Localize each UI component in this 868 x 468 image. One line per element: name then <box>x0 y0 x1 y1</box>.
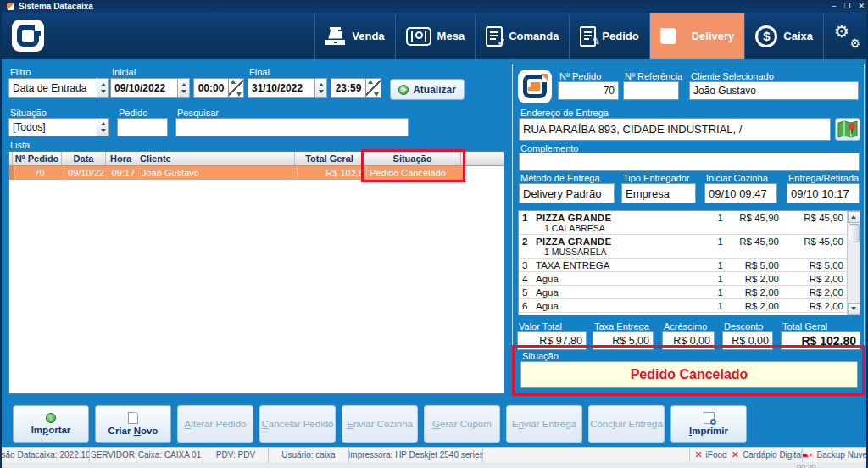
settings-button[interactable]: ⚙⚙ <box>823 13 868 59</box>
nav-tab-mesa[interactable]: Mesa <box>395 13 476 59</box>
desconto-field[interactable] <box>722 332 773 350</box>
desconto-label: Desconto <box>724 321 763 332</box>
metodo-field[interactable] <box>519 183 615 203</box>
map-button[interactable] <box>835 118 860 141</box>
entrega-retirada-label: Entrega/Retirada <box>788 173 859 183</box>
table-row[interactable]: 70 09/10/22 09:17 João Gustavo R$ 102,8 … <box>9 166 504 180</box>
n-referencia-label: Nº Referência <box>625 71 682 81</box>
tipo-entregador-field[interactable] <box>621 183 696 203</box>
imprimir-button[interactable]: Imprimir <box>670 405 747 443</box>
scroll-up-icon[interactable] <box>848 211 860 223</box>
status-versao: Versão Datacaixa: 2022.10.07 <box>2 448 90 462</box>
nav-tab-venda[interactable]: Venda <box>314 13 394 59</box>
taskbar-clock: 00:20 <box>797 463 816 468</box>
error-x-icon: ✕ <box>694 449 702 460</box>
atualizar-button[interactable]: ⟳ Atualizar <box>390 79 465 100</box>
status-backup: ☁✕Backup Nuvem <box>803 448 868 462</box>
situacao-select[interactable] <box>8 118 97 136</box>
enviar-cozinha-button[interactable]: Enviar Cozinha <box>342 405 418 443</box>
n-referencia-field[interactable] <box>623 81 679 100</box>
enviar-entrega-button[interactable]: Enviar Entrega <box>506 405 582 443</box>
status-pdv: PDV: PDV <box>203 448 269 462</box>
filtro-select[interactable] <box>8 78 97 98</box>
minimize-button[interactable]: – <box>832 3 836 10</box>
entrega-retirada-field[interactable] <box>787 183 860 203</box>
row-pedido: 70 <box>15 166 64 180</box>
iniciar-cozinha-field[interactable] <box>704 183 777 203</box>
order-check-icon: ✓ <box>486 26 503 47</box>
status-empty <box>483 448 690 462</box>
situacao-detail-label: Situação <box>522 351 559 361</box>
status-servidor: SERVIDOR <box>90 448 136 462</box>
total-geral-label: Total Geral <box>782 321 827 332</box>
col-total-geral[interactable]: Total Geral <box>295 152 364 165</box>
nav-tab-caixa[interactable]: $ Caixa <box>744 13 823 59</box>
criar-novo-button[interactable]: Criar Novo <box>95 405 171 443</box>
nav-tab-delivery[interactable]: Delivery <box>649 13 745 59</box>
list-item[interactable]: 1 PIZZA GRANDE1 CALABRESA 1R$ 45,90R$ 45… <box>519 211 847 235</box>
gear-icon: ⚙⚙ <box>834 25 860 48</box>
list-item[interactable]: 5 Agua 1R$ 2,00R$ 2,00 <box>519 286 847 299</box>
list-item[interactable]: 6 Agua 1R$ 2,00R$ 2,00 <box>519 299 847 313</box>
map-pin-icon <box>837 120 858 138</box>
delivery-box-icon <box>660 27 686 46</box>
metodo-label: Método de Entrega <box>520 173 600 183</box>
row-data: 09/10/22 <box>64 166 108 180</box>
inicial-time-input[interactable] <box>193 78 229 98</box>
scroll-thumb[interactable] <box>849 224 860 242</box>
cancelar-pedido-button[interactable]: Cancelar Pedido <box>259 405 336 443</box>
action-bar: ↓ Importar Criar Novo Alterar Pedido Can… <box>2 404 868 446</box>
concluir-entrega-button[interactable]: Concluir Entrega <box>588 405 665 443</box>
cliente-field[interactable] <box>689 81 859 100</box>
list-item[interactable]: 4 Agua 1R$ 2,00R$ 2,00 <box>519 272 847 286</box>
inicial-date-spinner[interactable] <box>177 78 190 98</box>
col-n-pedido[interactable]: Nº Pedido <box>13 152 62 165</box>
col-situacao[interactable]: Situação <box>364 152 461 165</box>
refresh-icon: ⟳ <box>398 85 409 95</box>
pesquisar-input[interactable] <box>175 118 409 136</box>
complemento-field[interactable] <box>519 153 860 171</box>
importar-button[interactable]: ↓ Importar <box>13 405 89 443</box>
inicial-time-updown[interactable] <box>228 78 244 98</box>
scroll-down-icon[interactable] <box>848 303 860 315</box>
status-usuario: Usuário: caixa <box>269 448 349 462</box>
situacao-spinner[interactable] <box>97 118 109 136</box>
inicial-date-input[interactable] <box>110 78 178 98</box>
pedido-input[interactable] <box>117 118 168 136</box>
close-button[interactable]: ✕ <box>858 3 865 10</box>
new-document-icon <box>128 412 138 424</box>
cloud-error-icon: ☁✕ <box>803 449 814 460</box>
acrescimo-field[interactable] <box>662 332 715 350</box>
n-pedido-field[interactable] <box>558 81 619 100</box>
final-time-input[interactable] <box>331 78 366 98</box>
window-title: Sistema Datacaixa <box>19 2 93 11</box>
orders-table-header: Nº Pedido Data Hora Cliente Total Geral … <box>9 152 504 166</box>
total-geral-field[interactable] <box>781 332 860 350</box>
import-icon: ↓ <box>46 413 56 423</box>
pedido-filter-label: Pedido <box>119 108 147 118</box>
row-total: R$ 102,8 <box>298 166 367 180</box>
valor-total-field[interactable] <box>517 332 587 350</box>
final-time-updown[interactable] <box>365 78 381 98</box>
taxa-entrega-field[interactable] <box>593 332 654 350</box>
pesquisar-label: Pesquisar <box>177 108 219 118</box>
cash-register-icon <box>326 27 346 46</box>
list-item[interactable]: 2 PIZZA GRANDE1 MUSSARELA 1R$ 45,90R$ 45… <box>519 235 847 259</box>
order-detail-panel: Nº Pedido Nº Referência Cliente Selecion… <box>512 64 865 396</box>
nav-tab-pedido[interactable]: ✎ Pedido <box>569 13 648 59</box>
gerar-cupom-button[interactable]: Gerar Cupom <box>424 405 500 443</box>
col-hora[interactable]: Hora <box>106 152 136 165</box>
valor-total-label: Valor Total <box>519 321 562 332</box>
final-date-input[interactable] <box>248 78 315 98</box>
final-date-spinner[interactable] <box>314 78 327 98</box>
taskbar-strip: 00:20 <box>2 462 868 468</box>
filtro-spinner[interactable] <box>97 78 109 98</box>
items-scrollbar[interactable] <box>847 211 860 315</box>
alterar-pedido-button[interactable]: Alterar Pedido <box>177 405 253 443</box>
list-item[interactable]: 3 TAXA ENTREGA 1R$ 5,00R$ 5,00 <box>519 259 847 272</box>
col-cliente[interactable]: Cliente <box>136 152 295 165</box>
col-data[interactable]: Data <box>62 152 106 165</box>
nav-tab-comanda[interactable]: ✓ Comanda <box>475 13 569 59</box>
maximize-button[interactable]: ❐ <box>843 3 850 10</box>
endereco-field[interactable] <box>519 118 831 141</box>
